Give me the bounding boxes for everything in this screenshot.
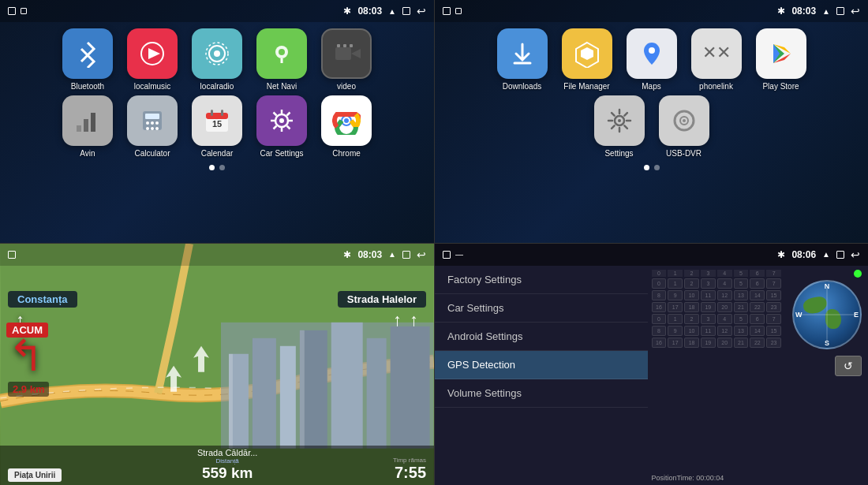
status-right-2: ✱ 08:03 ▲ ↩ — [777, 5, 860, 17]
svg-rect-51 — [253, 338, 276, 448]
status-right-3: ✱ 08:03 ▲ ↩ — [343, 248, 426, 261]
settings-factory[interactable]: Factory Settings — [435, 266, 648, 294]
back-icon-1[interactable]: ↩ — [417, 5, 426, 17]
grid-cell-4-4: 12 — [717, 326, 732, 336]
nav-icon-3[interactable] — [402, 251, 410, 259]
back-icon-4[interactable]: ↩ — [851, 248, 860, 261]
app-playstore[interactable]: Play Store — [756, 28, 806, 91]
grid-cell-3-3: 3 — [701, 314, 716, 324]
grid-cell-5-4: 20 — [717, 338, 732, 348]
app-filemanager[interactable]: File Manager — [562, 28, 612, 91]
grid-cell-1-5: 13 — [734, 290, 749, 300]
grid-cell-3-1: 1 — [668, 314, 683, 324]
home-icon-2[interactable] — [443, 7, 451, 15]
window-icon-1[interactable] — [21, 8, 27, 14]
app-avin[interactable]: Avin — [62, 95, 113, 158]
grid-cell-1-2: 10 — [684, 290, 699, 300]
svg-rect-11 — [350, 44, 353, 47]
status-time-4: 08:06 — [791, 249, 816, 260]
app-icon-avin — [62, 95, 113, 146]
dot-1-active[interactable] — [209, 165, 215, 170]
app-icon-bluetooth — [62, 28, 113, 79]
svg-point-18 — [151, 121, 154, 125]
svg-point-19 — [155, 121, 159, 125]
grid-cell-3-2: 2 — [684, 314, 699, 324]
compass-e: E — [854, 311, 859, 319]
app-usbdvr[interactable]: USB-DVR — [659, 95, 709, 158]
gps-refresh-button[interactable]: ↺ — [835, 356, 862, 376]
grid-cell-3-6: 6 — [750, 314, 765, 324]
settings-gps[interactable]: GPS Detection — [435, 351, 648, 379]
nav-icon-1[interactable] — [402, 7, 410, 15]
turn-arrow-big: ↰ — [8, 330, 44, 381]
app-downloads[interactable]: Downloads — [497, 28, 548, 91]
grid-cell-0-1: 1 — [668, 278, 683, 289]
app-label-settings: Settings — [604, 149, 633, 158]
grid-cell-2-4: 20 — [717, 302, 732, 312]
app-calculator[interactable]: Calculator — [127, 95, 178, 158]
settings-android[interactable]: Android Settings — [435, 323, 648, 351]
app-icon-phonelink: ✕✕ — [691, 28, 742, 79]
app-video[interactable]: video — [321, 28, 372, 91]
km-left: 2.9 km — [8, 382, 49, 397]
app-carsettings[interactable]: Car Settings — [256, 95, 307, 158]
home-icon-3[interactable] — [8, 251, 16, 259]
nav-icon-4[interactable] — [836, 251, 844, 259]
dash-icon-4: — — [455, 250, 463, 259]
grid-cell-2-5: 21 — [734, 302, 749, 312]
grid-cell-2-3: 19 — [701, 302, 716, 312]
turn-up-icon-2: ↑ — [410, 310, 418, 330]
grid-cell-4-0: 8 — [652, 326, 667, 336]
app-icon-settings — [594, 95, 645, 146]
gps-satellite-grid: 0123456789101112131415161718192021222301… — [652, 278, 782, 348]
status-bar-4: — ✱ 08:06 ▲ ↩ — [435, 244, 868, 266]
app-calendar[interactable]: 15 Calendar — [192, 95, 242, 158]
position-time: PositionTime: 00:00:04 — [652, 474, 724, 482]
svg-rect-16 — [145, 114, 159, 119]
dot-1-inactive[interactable] — [219, 165, 225, 170]
home-icon-1[interactable] — [8, 7, 16, 15]
grid-cell-0-2: 2 — [684, 278, 699, 289]
nav-icon-2[interactable] — [836, 7, 844, 15]
window-icon-2[interactable] — [455, 8, 462, 14]
app-label-localmusic: localmusic — [134, 82, 171, 91]
svg-text:✕✕: ✕✕ — [702, 43, 731, 62]
grid-cell-0-6: 6 — [750, 278, 765, 289]
grid-cell-4-5: 13 — [734, 326, 749, 336]
app-settings[interactable]: Settings — [594, 95, 645, 158]
app-localmusic[interactable]: localmusic — [127, 28, 178, 91]
app-localradio[interactable]: localradio — [192, 28, 242, 91]
svg-point-29 — [279, 118, 284, 123]
app-chrome[interactable]: Chrome — [321, 95, 372, 158]
app-label-filemanager: File Manager — [563, 82, 609, 91]
home-icon-4[interactable] — [443, 251, 451, 259]
app-netnavi[interactable]: Net Navi — [256, 28, 307, 91]
svg-point-21 — [151, 127, 154, 130]
svg-rect-57 — [229, 353, 233, 448]
bluetooth-icon-1: ✱ — [343, 6, 351, 17]
bluetooth-icon-2: ✱ — [777, 6, 785, 17]
dot-2-inactive[interactable] — [654, 165, 660, 170]
grid-cell-3-0: 0 — [652, 314, 667, 324]
app-label-chrome: Chrome — [332, 149, 361, 158]
app-bluetooth[interactable]: Bluetooth — [62, 28, 113, 91]
app-icon-localmusic — [127, 28, 178, 79]
app-maps[interactable]: Maps — [627, 28, 677, 91]
grid-cell-5-2: 18 — [684, 338, 699, 348]
svg-text:15: 15 — [212, 119, 222, 129]
dot-2-active[interactable] — [644, 165, 649, 170]
status-bar-1: ✱ 08:03 ▲ ↩ — [0, 0, 434, 22]
bluetooth-icon-4: ✱ — [777, 249, 785, 260]
signal-icon-3: ▲ — [388, 250, 396, 259]
back-icon-3[interactable]: ↩ — [417, 248, 426, 261]
settings-volume[interactable]: Volume Settings — [435, 379, 648, 408]
panel-navigation: ✱ 08:03 ▲ ↩ — [0, 243, 434, 486]
svg-rect-52 — [280, 345, 296, 448]
back-icon-2[interactable]: ↩ — [851, 5, 860, 17]
piata-badge: Piața Unirii — [8, 468, 62, 482]
app-phonelink[interactable]: ✕✕ phonelink — [691, 28, 742, 91]
distanta-value: 559 km — [197, 464, 257, 482]
svg-marker-1 — [148, 48, 160, 59]
settings-car[interactable]: Car Settings — [435, 294, 648, 323]
grid-cell-2-2: 18 — [684, 302, 699, 312]
